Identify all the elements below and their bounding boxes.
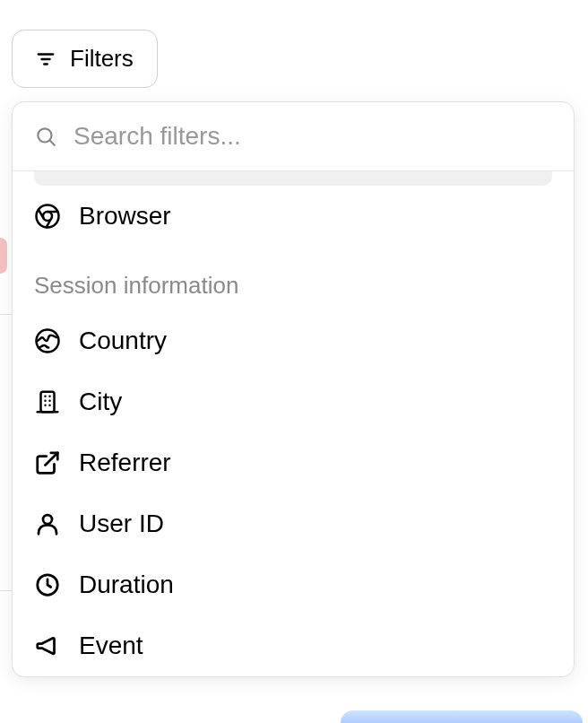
filters-dropdown: Browser Session information Country City — [12, 101, 575, 677]
background-line — [0, 314, 12, 315]
filters-button[interactable]: Filters — [12, 30, 158, 88]
svg-line-4 — [50, 141, 55, 145]
filter-item-label: User ID — [79, 510, 164, 538]
filter-item-city[interactable]: City — [13, 371, 574, 432]
filter-item-user-id[interactable]: User ID — [13, 493, 574, 554]
external-link-icon — [34, 449, 61, 476]
background-decoration — [0, 238, 7, 274]
browser-icon — [34, 203, 61, 230]
user-icon — [34, 510, 61, 537]
search-row — [13, 102, 574, 171]
filter-item-label: Event — [79, 632, 143, 660]
filter-item-browser[interactable]: Browser — [13, 186, 574, 247]
globe-icon — [34, 327, 61, 354]
filters-button-label: Filters — [70, 45, 134, 73]
filter-item-event[interactable]: Event — [13, 615, 574, 676]
svg-point-20 — [43, 515, 52, 524]
filter-item-duration[interactable]: Duration — [13, 554, 574, 615]
section-header-session: Session information — [13, 247, 574, 310]
background-decoration — [341, 710, 583, 723]
filter-item-label: City — [79, 388, 122, 416]
svg-line-19 — [46, 453, 58, 466]
svg-rect-11 — [41, 392, 55, 413]
clock-icon — [34, 571, 61, 598]
building-icon — [34, 388, 61, 415]
filter-icon — [36, 49, 56, 69]
filter-item-label: Referrer — [79, 449, 171, 477]
filter-item-label: Browser — [79, 202, 171, 231]
filter-item-label: Country — [79, 327, 167, 355]
megaphone-icon — [34, 632, 61, 659]
filter-item-label: Duration — [79, 571, 174, 599]
background-line — [0, 590, 12, 591]
search-icon — [34, 125, 57, 148]
filter-item-referrer[interactable]: Referrer — [13, 432, 574, 493]
highlight-bar — [34, 171, 552, 186]
search-input[interactable] — [74, 122, 552, 151]
filter-item-country[interactable]: Country — [13, 310, 574, 371]
